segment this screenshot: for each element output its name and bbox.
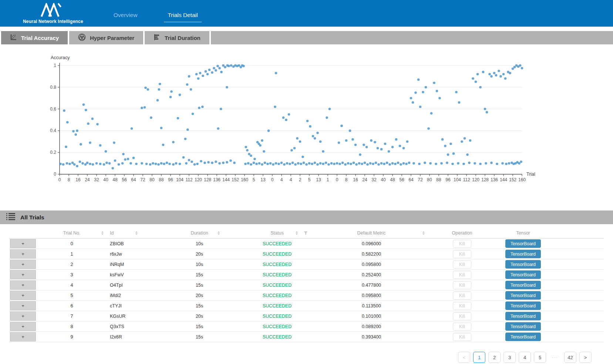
scatter-point[interactable]	[289, 163, 291, 165]
scatter-point[interactable]	[403, 162, 405, 165]
scatter-point[interactable]	[177, 117, 179, 119]
scatter-point[interactable]	[264, 162, 266, 164]
scatter-point[interactable]	[118, 163, 120, 166]
scatter-point[interactable]	[305, 163, 308, 166]
scatter-point[interactable]	[400, 163, 402, 166]
scatter-point[interactable]	[155, 163, 157, 165]
scatter-point[interactable]	[377, 163, 380, 166]
row-expand-button[interactable]: +	[10, 301, 36, 310]
scatter-point[interactable]	[158, 88, 160, 91]
scatter-point[interactable]	[302, 156, 304, 158]
pagination-page-1[interactable]: 1	[473, 352, 485, 363]
scatter-point[interactable]	[475, 81, 477, 83]
scatter-point[interactable]	[319, 141, 322, 143]
scatter-point[interactable]	[391, 146, 394, 148]
scatter-point[interactable]	[146, 88, 149, 91]
scatter-point[interactable]	[72, 130, 75, 133]
scatter-point[interactable]	[499, 75, 502, 78]
scatter-point[interactable]	[215, 161, 217, 163]
pagination-page-4[interactable]: 4	[519, 352, 531, 363]
scatter-point[interactable]	[258, 162, 261, 165]
scatter-point[interactable]	[461, 141, 463, 143]
scatter-point[interactable]	[203, 162, 206, 164]
scatter-point[interactable]	[359, 154, 361, 156]
scatter-point[interactable]	[308, 162, 311, 165]
scatter-point[interactable]	[247, 162, 250, 165]
scatter-point[interactable]	[74, 133, 77, 136]
scatter-point[interactable]	[169, 96, 172, 98]
scatter-point[interactable]	[242, 65, 245, 67]
scatter-point[interactable]	[188, 159, 191, 161]
scatter-point[interactable]	[168, 163, 171, 165]
tensorboard-button[interactable]: TensorBoard	[505, 333, 541, 341]
scatter-point[interactable]	[394, 163, 397, 165]
scatter-point[interactable]	[163, 163, 165, 165]
scatter-point[interactable]	[132, 157, 135, 159]
scatter-point[interactable]	[253, 162, 255, 164]
scatter-point[interactable]	[469, 139, 472, 142]
scatter-point[interactable]	[76, 129, 78, 132]
scatter-point[interactable]	[82, 104, 85, 106]
scatter-point[interactable]	[303, 162, 305, 164]
scatter-point[interactable]	[198, 107, 201, 109]
scatter-point[interactable]	[283, 163, 286, 166]
kill-button[interactable]: Kill	[453, 302, 471, 310]
scatter-point[interactable]	[207, 161, 210, 164]
scatter-point[interactable]	[395, 138, 398, 141]
scatter-point[interactable]	[414, 91, 417, 94]
scatter-point[interactable]	[135, 163, 138, 165]
scatter-point[interactable]	[399, 145, 401, 147]
scatter-point[interactable]	[375, 162, 377, 164]
scatter-point[interactable]	[266, 163, 269, 165]
scatter-point[interactable]	[466, 154, 469, 156]
scatter-point[interactable]	[345, 139, 348, 142]
row-expand-button[interactable]: +	[10, 270, 36, 279]
scatter-point[interactable]	[113, 141, 115, 144]
scatter-point[interactable]	[190, 88, 192, 91]
scatter-point[interactable]	[410, 97, 412, 100]
tab-hyper-parameter[interactable]: Hyper Parameter	[69, 31, 143, 44]
scatter-point[interactable]	[391, 162, 394, 165]
scatter-point[interactable]	[440, 162, 443, 165]
scatter-point[interactable]	[144, 87, 147, 89]
scatter-point[interactable]	[354, 144, 357, 146]
scatter-point[interactable]	[269, 162, 272, 165]
scatter-point[interactable]	[330, 162, 333, 165]
sort-icon-trial-no[interactable]	[101, 231, 104, 235]
scatter-point[interactable]	[188, 75, 191, 78]
scatter-point[interactable]	[59, 163, 62, 165]
pagination-next-button[interactable]: >	[579, 352, 592, 363]
scatter-point[interactable]	[111, 167, 114, 170]
tensorboard-button[interactable]: TensorBoard	[505, 250, 541, 258]
scatter-point[interactable]	[474, 162, 476, 165]
scatter-point[interactable]	[386, 162, 388, 164]
scatter-point[interactable]	[370, 139, 373, 142]
scatter-point[interactable]	[261, 139, 263, 142]
scatter-point[interactable]	[502, 73, 505, 75]
scatter-point[interactable]	[486, 111, 488, 114]
scatter-point[interactable]	[275, 162, 277, 165]
scatter-point[interactable]	[350, 163, 352, 165]
scatter-point[interactable]	[141, 162, 143, 165]
scatter-point[interactable]	[263, 150, 265, 153]
scatter-point[interactable]	[496, 163, 498, 165]
row-expand-button[interactable]: +	[10, 280, 36, 290]
row-expand-button[interactable]: +	[10, 311, 36, 321]
scatter-point[interactable]	[306, 120, 309, 122]
scatter-point[interactable]	[338, 141, 340, 144]
scatter-point[interactable]	[202, 75, 204, 77]
scatter-point[interactable]	[336, 162, 339, 165]
scatter-point[interactable]	[274, 105, 276, 108]
scatter-point[interactable]	[131, 127, 133, 130]
nav-tab-trials-detail[interactable]: Trials Detail	[164, 4, 201, 22]
scatter-point[interactable]	[519, 64, 522, 67]
scatter-point[interactable]	[144, 106, 146, 109]
scatter-point[interactable]	[76, 165, 78, 168]
scatter-point[interactable]	[419, 105, 422, 108]
scatter-point[interactable]	[197, 77, 200, 80]
scatter-point[interactable]	[96, 123, 99, 125]
scatter-point[interactable]	[127, 158, 129, 161]
scatter-point[interactable]	[493, 72, 496, 74]
scatter-point[interactable]	[435, 163, 437, 165]
scatter-point[interactable]	[162, 144, 165, 146]
